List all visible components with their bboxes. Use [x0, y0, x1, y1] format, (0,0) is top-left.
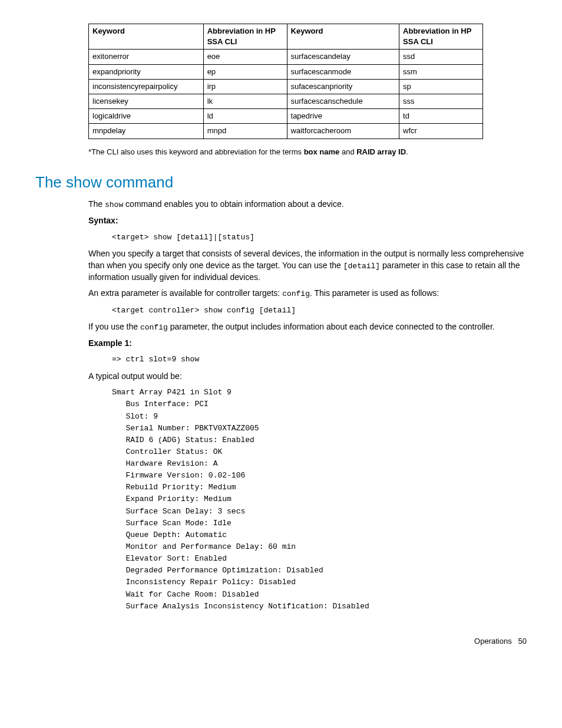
cell: mnpd	[203, 124, 287, 139]
text-span: command enables you to obtain informatio…	[123, 199, 343, 209]
cell: surfacescanschedule	[287, 94, 399, 108]
page-footer: Operations 50	[35, 636, 527, 647]
cell: ssm	[399, 64, 483, 79]
cell: sp	[399, 79, 483, 94]
cell: lk	[203, 94, 287, 108]
example-command: => ctrl slot=9 show	[112, 354, 527, 365]
footnote-text: .	[406, 147, 408, 156]
cell: licensekey	[89, 94, 204, 108]
cell: wfcr	[399, 124, 483, 139]
table-row: inconsistencyrepairpolicyirpsufacescanpr…	[89, 79, 483, 94]
output-block: Smart Array P421 in Slot 9 Bus Interface…	[112, 387, 527, 612]
table-header: Abbreviation in HP SSA CLI	[399, 24, 483, 50]
table-row: exitonerroreoesurfacescandelayssd	[89, 50, 483, 64]
inline-code: [detail]	[343, 262, 380, 271]
table-row: mnpdelaymnpdwaitforcacheroomwfcr	[89, 124, 483, 139]
table-footnote: *The CLI also uses this keyword and abbr…	[88, 147, 527, 157]
cell: expandpriority	[89, 64, 204, 79]
cell: ssd	[399, 50, 483, 64]
paragraph: If you use the config parameter, the out…	[88, 321, 527, 333]
cell: inconsistencyrepairpolicy	[89, 79, 204, 94]
inline-code: config	[282, 289, 310, 298]
cell: surfacescandelay	[287, 50, 399, 64]
cell: tapedrive	[287, 109, 399, 124]
footnote-text: *The CLI also uses this keyword and abbr…	[88, 147, 304, 156]
table-header: Keyword	[89, 24, 204, 50]
paragraph: When you specify a target that consists …	[88, 248, 527, 283]
cell: waitforcacheroom	[287, 124, 399, 139]
cell: sufacescanpriority	[287, 79, 399, 94]
cell: ld	[203, 109, 287, 124]
text-span: An extra parameter is available for cont…	[88, 288, 282, 298]
footnote-text: and	[339, 147, 356, 156]
inline-code: config	[140, 323, 168, 332]
cell: eoe	[203, 50, 287, 64]
table-row: logicaldriveldtapedrivetd	[89, 109, 483, 124]
output-intro: A typical output would be:	[88, 371, 527, 383]
intro-paragraph: The show command enables you to obtain i…	[88, 199, 527, 210]
cell: mnpdelay	[89, 124, 204, 139]
paragraph: An extra parameter is available for cont…	[88, 288, 527, 299]
section-heading: The show command	[35, 172, 527, 193]
table-header: Keyword	[287, 24, 399, 50]
cell: logicaldrive	[89, 109, 204, 124]
cell: irp	[203, 79, 287, 94]
cell: exitonerror	[89, 50, 204, 64]
text-span: . This parameter is used as follows:	[310, 288, 439, 298]
text-span: If you use the	[88, 322, 140, 331]
table-header: Abbreviation in HP SSA CLI	[203, 24, 287, 50]
abbreviation-table: Keyword Abbreviation in HP SSA CLI Keywo…	[88, 24, 483, 139]
text-span: The	[88, 199, 105, 209]
table-header-row: Keyword Abbreviation in HP SSA CLI Keywo…	[89, 24, 483, 50]
table-row: expandpriorityepsurfacescanmodessm	[89, 64, 483, 79]
cell: ep	[203, 64, 287, 79]
syntax-code: <target> show [detail]|[status]	[112, 232, 527, 243]
footer-section: Operations	[474, 637, 512, 645]
table-row: licensekeylksurfacescanschedulesss	[89, 94, 483, 108]
example-label: Example 1:	[88, 338, 527, 350]
config-code: <target controller> show config [detail]	[112, 305, 527, 317]
footnote-bold: RAID array ID	[356, 147, 406, 156]
cell: td	[399, 109, 483, 124]
inline-code: show	[105, 200, 123, 209]
footnote-bold: box name	[304, 147, 340, 156]
footer-page-number: 50	[518, 637, 527, 645]
syntax-label: Syntax:	[88, 215, 527, 227]
cell: sss	[399, 94, 483, 108]
text-span: parameter, the output includes informati…	[168, 322, 495, 331]
cell: surfacescanmode	[287, 64, 399, 79]
